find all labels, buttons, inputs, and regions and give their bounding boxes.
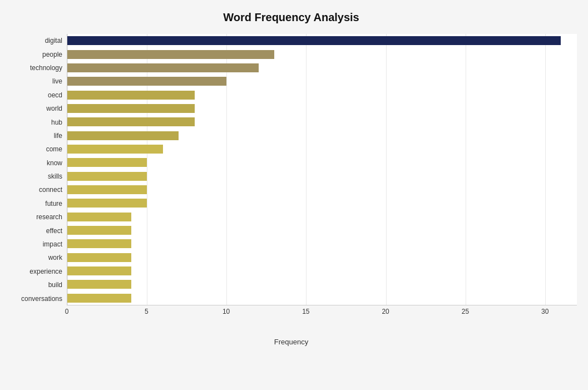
bar-row: [67, 292, 577, 304]
grid-line: [545, 34, 546, 305]
bar-row: [67, 184, 577, 196]
bar: [67, 226, 131, 235]
y-label: build: [48, 282, 62, 288]
x-tick: 30: [541, 308, 549, 315]
bar: [67, 266, 131, 275]
x-tick: 5: [145, 308, 149, 315]
bar: [67, 199, 147, 208]
bar: [67, 185, 147, 194]
bar-row: [67, 130, 577, 142]
bar: [67, 104, 195, 113]
y-label: know: [47, 160, 62, 166]
bar-row: [67, 265, 577, 277]
bar: [67, 63, 259, 72]
bar-row: [67, 238, 577, 250]
bar-row: [67, 75, 577, 87]
y-label: people: [42, 51, 62, 58]
grid-line: [386, 34, 387, 305]
bar-row: [67, 170, 577, 182]
bar: [67, 77, 226, 86]
x-axis-label: Frequency: [6, 338, 577, 346]
grid-line: [226, 34, 227, 305]
bar-row: [67, 89, 577, 101]
bar-row: [67, 62, 577, 74]
x-tick: 0: [65, 308, 69, 315]
x-tick: 10: [223, 308, 230, 315]
chart-title: Word Frequency Analysis: [6, 11, 577, 24]
bar: [67, 253, 131, 262]
y-label: digital: [45, 37, 62, 44]
bar: [67, 294, 131, 303]
grid-line: [147, 34, 147, 305]
bar: [67, 172, 147, 181]
bar: [67, 280, 131, 289]
bar-row: [67, 278, 577, 290]
x-tick: 15: [302, 308, 309, 315]
y-label: research: [36, 214, 62, 220]
bar: [67, 36, 561, 45]
grid-line: [306, 34, 307, 305]
bar-row: [67, 48, 577, 61]
plot-area: digitalpeopletechnologyliveoecdworldhubl…: [6, 34, 577, 305]
bars-area: [67, 34, 577, 305]
y-label: life: [54, 132, 62, 139]
y-label: impact: [43, 241, 62, 248]
bar-row: [67, 224, 577, 236]
y-label: connect: [39, 186, 62, 193]
x-tick: 25: [462, 308, 469, 315]
y-label: oecd: [48, 92, 62, 98]
grid-line: [466, 34, 466, 305]
bar-row: [67, 197, 577, 209]
y-label: live: [52, 78, 62, 85]
bar: [67, 50, 274, 59]
chart-area: digitalpeopletechnologyliveoecdworldhubl…: [6, 34, 577, 346]
y-label: experience: [29, 268, 62, 275]
y-label: work: [48, 254, 62, 261]
y-label: conversations: [21, 295, 62, 302]
y-label: effect: [46, 228, 62, 234]
x-tick: 20: [382, 308, 389, 315]
bar-row: [67, 251, 577, 264]
y-labels: digitalpeopletechnologyliveoecdworldhubl…: [6, 34, 67, 305]
bar-row: [67, 156, 577, 169]
y-label: skills: [48, 173, 62, 180]
bar: [67, 158, 147, 167]
chart-container: Word Frequency Analysis digitalpeopletec…: [0, 0, 588, 390]
y-label: technology: [30, 65, 62, 71]
bar: [67, 239, 131, 248]
grid-line: [67, 34, 68, 305]
y-label: come: [46, 146, 62, 152]
y-label: world: [46, 105, 62, 112]
bar: [67, 213, 131, 221]
bar: [67, 91, 195, 100]
x-axis-wrapper: 051015202530: [67, 305, 577, 325]
y-label: future: [45, 200, 62, 207]
bar-row: [67, 116, 577, 128]
bar-row: [67, 143, 577, 155]
bar: [67, 117, 195, 126]
bar-row: [67, 34, 577, 47]
bar-row: [67, 102, 577, 115]
y-label: hub: [51, 119, 62, 126]
bar-row: [67, 211, 577, 223]
bar: [67, 131, 179, 140]
bar: [67, 145, 163, 154]
